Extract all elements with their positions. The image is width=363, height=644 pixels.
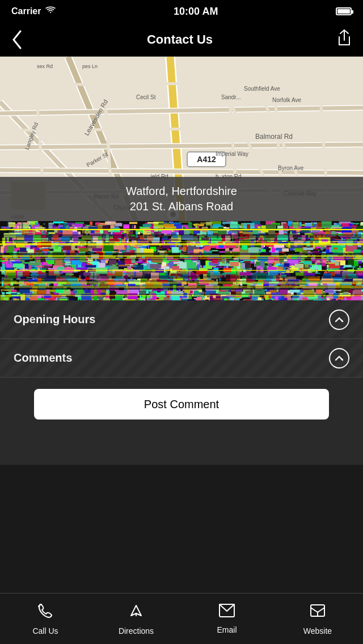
svg-text:A412: A412 (197, 155, 216, 164)
comments-label: Comments (14, 351, 72, 365)
tab-item-call-us[interactable]: Call Us (0, 602, 91, 635)
email-icon (218, 603, 235, 622)
wifi-icon (45, 6, 56, 16)
content-spacer (0, 431, 363, 465)
tab-email-label: Email (217, 625, 237, 634)
svg-line-10 (0, 145, 363, 147)
page-title: Contact Us (147, 32, 213, 47)
svg-text:Cecil St: Cecil St (136, 94, 156, 100)
svg-text:Balmoral Rd: Balmoral Rd (255, 133, 293, 141)
tab-directions-label: Directions (119, 626, 154, 635)
content-area: Opening Hours Comments Post Comment (0, 300, 363, 465)
opening-hours-chevron (329, 310, 349, 330)
svg-text:Southfield Ave: Southfield Ave (244, 86, 280, 92)
post-comment-button[interactable]: Post Comment (34, 389, 329, 420)
tab-item-email[interactable]: Email (182, 603, 272, 634)
svg-text:sex Rd: sex Rd (37, 63, 53, 69)
comments-row[interactable]: Comments (0, 339, 363, 378)
glitch-strip (0, 221, 363, 300)
back-button[interactable] (11, 30, 23, 49)
tab-item-directions[interactable]: Directions (91, 602, 182, 635)
phone-icon (37, 602, 54, 623)
svg-text:Imperial Way: Imperial Way (216, 151, 248, 157)
svg-text:Sandr...: Sandr... (221, 94, 240, 100)
comments-chevron (329, 348, 349, 368)
map-overlay: Watford, Hertfordshire 201 St. Albans Ro… (0, 177, 363, 221)
status-time: 10:00 AM (174, 6, 218, 18)
post-comment-section: Post Comment (0, 378, 363, 431)
nav-bar: Contact Us (0, 23, 363, 57)
opening-hours-label: Opening Hours (14, 313, 95, 326)
directions-icon (128, 602, 145, 623)
tab-item-website[interactable]: Website (272, 602, 363, 635)
svg-text:Norfolk Ave: Norfolk Ave (272, 97, 301, 103)
status-left: Carrier (11, 6, 56, 16)
share-button[interactable] (337, 29, 352, 50)
status-bar: Carrier 10:00 AM (0, 0, 363, 23)
svg-text:pes Ln: pes Ln (82, 63, 98, 69)
carrier-label: Carrier (11, 6, 41, 16)
map-address: 201 St. Albans Road (11, 200, 352, 213)
glitch-canvas (0, 221, 363, 300)
tab-bar: Call Us Directions Email (0, 593, 363, 644)
map-area[interactable]: A412 Leavesden Rd Langley Rd Parker St M… (0, 57, 363, 221)
opening-hours-row[interactable]: Opening Hours (0, 300, 363, 339)
svg-text:Byron Ave: Byron Ave (278, 165, 304, 171)
status-right (336, 7, 352, 15)
website-icon (309, 602, 326, 623)
tab-call-us-label: Call Us (32, 626, 58, 635)
tab-website-label: Website (303, 626, 332, 635)
map-city: Watford, Hertfordshire (11, 185, 352, 198)
battery-icon (336, 7, 352, 15)
svg-line-12 (0, 170, 363, 173)
